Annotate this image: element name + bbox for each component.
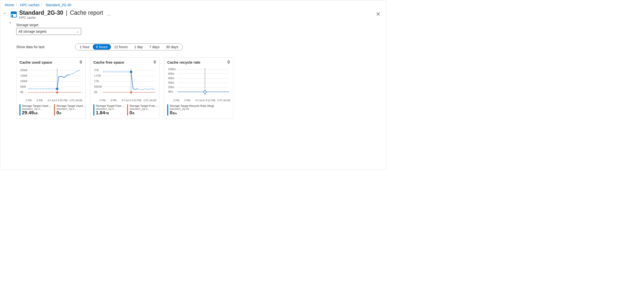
card-cache-recycle-rate: Cache recycle rate: [164, 58, 234, 119]
chart[interactable]: 2TB 1.5TB 1TB 500GB 0B: [93, 66, 156, 98]
pin-button[interactable]: [227, 60, 231, 64]
cursor-time: Jul 6 4:52 PM: [199, 99, 216, 102]
expand-menu-icon[interactable]: »: [9, 21, 11, 24]
timerange-1d[interactable]: 1 day: [131, 44, 146, 50]
breadcrumb-hpc-caches[interactable]: HPC caches: [20, 3, 40, 7]
svg-text:0B: 0B: [94, 91, 97, 94]
legend-title: Storage Target Free ...: [130, 104, 158, 107]
breadcrumb: Home 〉 HPC caches 〉 Standard_2G-30: [0, 0, 386, 8]
legend-value: 29.49kB: [22, 110, 52, 116]
legend-item[interactable]: Storage Target Free ... standard_2g-3...…: [127, 104, 158, 116]
svg-text:1.5TB: 1.5TB: [94, 74, 101, 77]
pin-icon: [79, 60, 83, 64]
chevron-right-icon: 〉: [41, 3, 44, 7]
card-title: Cache recycle rate: [167, 60, 230, 64]
legend-value: 1.84TB: [96, 110, 124, 116]
storage-target-label: Storage target: [16, 23, 382, 27]
legend-value: 0B: [130, 110, 158, 116]
timerange-6h[interactable]: 6 hours: [93, 44, 111, 50]
svg-text:40B/s: 40B/s: [168, 81, 174, 84]
legend-sub: standard_2g-3...: [130, 107, 158, 110]
chevron-right-icon: 〉: [16, 3, 18, 7]
legend-title: Storage Target Free ...: [96, 104, 124, 107]
hpc-cache-icon: [11, 12, 17, 18]
swatch-blue: [93, 104, 94, 116]
svg-text:150kB: 150kB: [20, 74, 28, 77]
svg-text:2TB: 2TB: [94, 69, 99, 72]
timerange-1h[interactable]: 1 hour: [76, 44, 93, 50]
svg-point-13: [56, 88, 58, 90]
swatch-orange: [127, 104, 128, 116]
svg-text:80B/s: 80B/s: [168, 72, 174, 75]
legend-value: 0B: [56, 110, 86, 116]
card-title: Cache free space: [93, 60, 156, 64]
svg-text:☟: ☟: [204, 92, 206, 95]
svg-text:60B/s: 60B/s: [168, 77, 174, 80]
chart[interactable]: 100B/s 80B/s 60B/s 40B/s 20B/s 0B/s ☟: [167, 66, 230, 98]
svg-text:500GB: 500GB: [94, 85, 102, 88]
timerange-selector: 1 hour 6 hours 12 hours 1 day 7 days 30 …: [75, 44, 183, 50]
card-cache-used-space: Cache used space: [16, 58, 86, 119]
close-button[interactable]: [375, 10, 382, 19]
legend-item[interactable]: Storage Target Free ... standard_2g-3...…: [93, 104, 124, 116]
x-axis: 2 PM 3 PM 4 PM 6 PM UTC-04:00 Jul 6 4:52…: [20, 99, 82, 102]
breadcrumb-resource[interactable]: Standard_2G-30: [46, 3, 72, 7]
timerange-7d[interactable]: 7 days: [146, 44, 163, 50]
swatch-blue: [20, 104, 20, 116]
svg-point-26: [130, 91, 132, 93]
legend-sub: standard_2g-3...: [56, 107, 86, 110]
more-actions-button[interactable]: …: [103, 12, 114, 17]
storage-target-selected: All storage targets: [18, 30, 47, 34]
breadcrumb-home[interactable]: Home: [5, 3, 14, 7]
legend-title: Storage Target Used ...: [56, 104, 86, 107]
svg-text:200kB: 200kB: [20, 69, 28, 72]
legend-title: Storage Target Used ...: [22, 104, 52, 107]
blade-title: Cache report: [70, 10, 103, 16]
timerange-12h[interactable]: 12 hours: [111, 44, 131, 50]
svg-text:100B/s: 100B/s: [168, 68, 176, 70]
card-title: Cache used space: [20, 60, 82, 64]
pin-icon: [153, 60, 157, 64]
svg-text:0B: 0B: [20, 91, 24, 94]
legend-value: 0B/s: [170, 110, 214, 116]
page-title: Standard_2G-30 | Cache report: [19, 10, 103, 16]
cursor-time: Jul 6 4:52 PM: [51, 99, 68, 102]
x-axis: 2 PM 3 PM 4 PM 6 PM UTC-04:00 Jul 6 4:52…: [93, 99, 156, 102]
chart[interactable]: 200kB 150kB 100kB 50kB 0B: [20, 66, 82, 98]
svg-point-12: [56, 91, 58, 93]
legend-item[interactable]: Storage Target Recycle Rate (Avg) standa…: [167, 104, 214, 116]
svg-text:0B/s: 0B/s: [168, 90, 173, 93]
chevron-down-icon: ⌄: [76, 30, 79, 33]
svg-text:20B/s: 20B/s: [168, 86, 174, 88]
pin-icon: [227, 60, 231, 64]
pin-button[interactable]: [79, 60, 83, 64]
legend-title: Storage Target Recycle Rate (Avg): [170, 104, 214, 107]
pin-button[interactable]: [153, 60, 157, 64]
resource-type: HPC cache: [19, 16, 103, 20]
svg-text:50kB: 50kB: [20, 85, 26, 88]
legend-sub: standard_2g-30: [170, 107, 214, 110]
swatch-orange: [54, 104, 55, 116]
legend-item[interactable]: Storage Target Used ... standard_2g-3...…: [54, 104, 86, 116]
svg-text:1TB: 1TB: [94, 80, 99, 82]
timerange-label: Show data for last:: [16, 45, 45, 49]
swatch-blue: [167, 104, 168, 116]
cursor-time: Jul 6 4:52 PM: [125, 99, 142, 102]
timerange-30d[interactable]: 30 days: [163, 44, 182, 50]
legend-item[interactable]: Storage Target Used ... standard_2g-3...…: [20, 104, 52, 116]
resource-name: Standard_2G-30: [19, 10, 63, 16]
storage-target-select[interactable]: All storage targets ⌄: [16, 28, 81, 35]
svg-text:100kB: 100kB: [20, 80, 28, 82]
close-icon: [376, 12, 380, 16]
card-cache-free-space: Cache free space 2TB: [90, 58, 160, 119]
x-axis: 2 PM 3 PM 4 PM 6 PM UTC-04:00 Jul 6 4:52…: [167, 99, 230, 102]
svg-point-27: [130, 70, 132, 73]
